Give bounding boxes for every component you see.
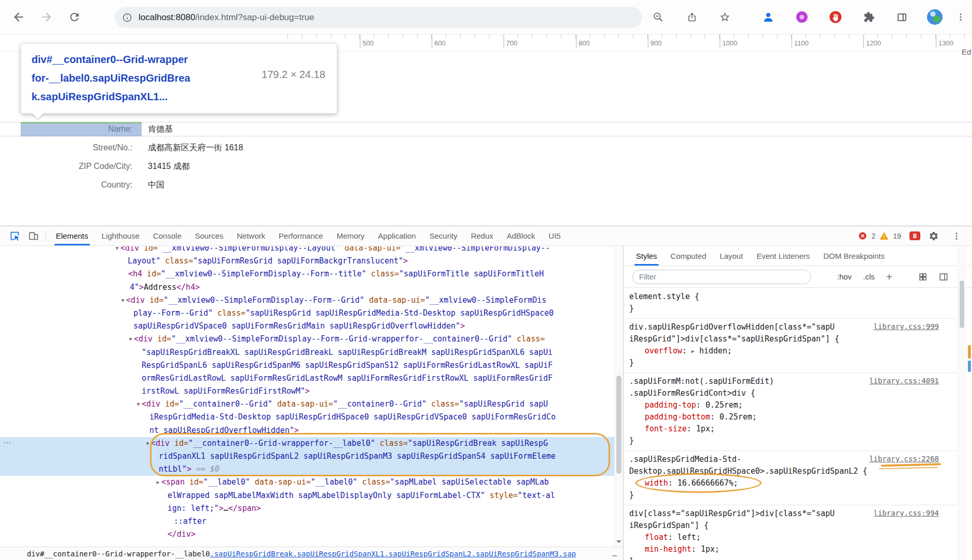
scroll-down-button[interactable] [615, 537, 623, 547]
dom-tree-line[interactable]: RespGridSpanL6 sapUiRespGridSpanM6 sapUi… [0, 359, 614, 372]
share-icon[interactable] [684, 9, 700, 25]
dom-tree-line[interactable]: </div> [0, 528, 614, 541]
extension-purple-icon[interactable] [794, 9, 810, 25]
styles-filterbar: :hov .cls + [624, 266, 972, 288]
dom-tree-line[interactable]: ▾<div id="__container0--Grid" data-sap-u… [0, 398, 614, 411]
styles-filter-input[interactable] [632, 270, 811, 284]
css-closing-brace: } [629, 555, 956, 560]
sidebar-tab-dom-breakpoints[interactable]: DOM Breakpoints [817, 246, 891, 266]
back-icon[interactable] [8, 7, 29, 27]
form-label: ZIP Code/City: [0, 159, 132, 173]
site-info-icon[interactable] [122, 12, 132, 23]
tab-security[interactable]: Security [422, 226, 464, 245]
scrollbar-thumb[interactable] [960, 281, 964, 328]
side-panel-icon[interactable] [894, 9, 909, 25]
bookmark-star-icon[interactable] [717, 9, 733, 25]
dom-tree-line[interactable]: "sapUiRespGridBreakXL sapUiRespGridBreak… [0, 346, 614, 359]
dom-tree-line[interactable]: ▾<div id="__xmlview0--SimpleFormDisplay-… [0, 333, 614, 346]
row-actions-icon[interactable]: ⋯ [3, 438, 12, 447]
devtools-menu-icon[interactable] [949, 228, 964, 244]
tab-application[interactable]: Application [371, 226, 422, 245]
dom-tree-line[interactable]: iRespGridMedia-Std-Desktop sapUiRespGrid… [0, 411, 614, 424]
forward-icon[interactable] [36, 7, 57, 27]
sidebar-tab-computed[interactable]: Computed [664, 246, 713, 266]
console-warnings-icon[interactable] [879, 231, 889, 241]
inspect-element-icon[interactable] [7, 228, 22, 244]
toggle-element-state-button[interactable]: :hov [837, 272, 852, 281]
profile-person-icon[interactable] [761, 9, 776, 25]
zoom-icon[interactable] [650, 9, 666, 25]
profile-avatar[interactable] [927, 9, 943, 25]
extension-error-badge[interactable]: 8 [909, 231, 920, 240]
tab-sources[interactable]: Sources [188, 226, 230, 245]
sidebar-tab-styles[interactable]: Styles [629, 246, 664, 266]
reload-icon[interactable] [64, 7, 85, 27]
dom-tree-line[interactable]: ign: left;">…</span> [0, 502, 614, 515]
tooltip-selector-line: k.sapUiRespGridSpanXL1... [32, 87, 326, 106]
css-property[interactable]: width: 16.66666667%; [629, 477, 956, 489]
css-rule: .sapUiRespGridMedia-Std-Desktop.sapUiRes… [624, 451, 956, 505]
sidebar-tab-event-listeners[interactable]: Event Listeners [750, 246, 816, 266]
css-property[interactable]: overflow: ▶ hidden; [629, 345, 956, 357]
console-errors-icon[interactable] [858, 231, 867, 240]
tab-elements[interactable]: Elements [49, 226, 95, 245]
address-bar[interactable]: localhost:8080/index.html?sap-ui-debug=t… [115, 7, 642, 28]
tab-console[interactable]: Console [146, 226, 188, 245]
tab-adblock[interactable]: AdBlock [500, 226, 542, 245]
dom-tree-scrollbar[interactable] [614, 246, 623, 547]
element-classes-button[interactable]: .cls [863, 272, 875, 281]
css-property[interactable]: min-height: 1px; [629, 543, 956, 555]
dom-tree-line[interactable]: 4">Address</h4> [0, 281, 614, 294]
dom-tree-line[interactable]: irstRowL sapUiFormResGridFirstRowM"> [0, 385, 614, 398]
dom-tree-line[interactable]: ▾<div id="__xmlview0--SimpleFormDisplay-… [0, 246, 614, 255]
css-source-link[interactable]: library.css:994 [874, 509, 939, 517]
ruler-label: 900 [650, 39, 662, 47]
adblock-hand-icon[interactable] [828, 9, 843, 25]
new-style-rule-button[interactable]: + [886, 271, 892, 282]
dom-tree-line[interactable]: ▸<span id="__label0" data-sap-ui="__labe… [0, 476, 614, 489]
sidebar-tab-layout[interactable]: Layout [713, 246, 750, 266]
breadcrumb-classes[interactable]: .sapUiRespGridBreak.sapUiRespGridSpanXL1… [210, 550, 576, 558]
tab-ui5[interactable]: UI5 [542, 226, 567, 245]
dom-tree-line[interactable]: nt sapUiRespGridOverflowHidden"> [0, 424, 614, 437]
settings-gear-icon[interactable] [926, 228, 941, 244]
ruler-label: 1000 [722, 39, 737, 47]
tab-network[interactable]: Network [230, 226, 272, 245]
dom-tree-line[interactable]: play--Form--Grid" class="sapUiRespGrid s… [0, 307, 614, 320]
tab-redux[interactable]: Redux [464, 226, 500, 245]
css-source-link[interactable]: library.css:2268 [869, 455, 939, 463]
dom-tree-line[interactable]: ▾<div id="__xmlview0--SimpleFormDisplay-… [0, 294, 614, 307]
ruler-label: 1300 [938, 39, 953, 47]
dom-tree-line[interactable]: ::after [0, 515, 614, 528]
dom-tree-line[interactable]: ridSpanXL1 sapUiRespGridSpanL2 sapUiResp… [0, 450, 614, 463]
tab-memory[interactable]: Memory [330, 226, 371, 245]
tooltip-selector-line: div#__container0--Grid-wrapper [32, 50, 326, 69]
dom-tree-line[interactable]: ormResGridLastRowL sapUiFormResGridLastR… [0, 372, 614, 385]
css-property[interactable]: font-size: 1px; [629, 423, 956, 435]
css-property[interactable]: padding-top: 0.25rem; [629, 399, 956, 411]
tab-lighthouse[interactable]: Lighthouse [95, 226, 146, 245]
device-toolbar-icon[interactable] [25, 228, 41, 244]
url-text[interactable]: localhost:8080/index.html?sap-ui-debug=t… [139, 12, 314, 23]
css-property[interactable]: float: left; [629, 532, 956, 543]
toggle-sidebar-icon[interactable] [939, 272, 948, 282]
dom-tree-line[interactable]: sapUiRespGridVSpace0 sapUiFormResGridMai… [0, 320, 614, 333]
css-source-link[interactable]: library.css:4091 [869, 377, 939, 385]
computed-styles-icon[interactable] [918, 272, 928, 282]
css-property[interactable]: padding-bottom: 0.25rem; [629, 411, 956, 423]
dom-tree-line[interactable]: ntLbl"> == $0 [0, 463, 614, 476]
styles-scrollbar[interactable] [958, 246, 966, 560]
dom-tree-line[interactable]: Layout" class="sapUiFormResGrid sapUiFor… [0, 255, 614, 268]
tab-performance[interactable]: Performance [272, 226, 330, 245]
scrollbar-thumb[interactable] [616, 376, 621, 474]
breadcrumb-overflow[interactable]: … [610, 550, 617, 558]
breadcrumb[interactable]: div#__container0--Grid-wrapperfor-__labe… [0, 547, 623, 560]
dom-tree-line[interactable]: <h4 id="__xmlview0--SimpleFormDisplay--F… [0, 268, 614, 281]
form-value: 中国 [148, 178, 164, 192]
browser-menu-icon[interactable] [953, 9, 968, 25]
css-source-link[interactable]: library.css:999 [874, 322, 939, 331]
dom-tree-line[interactable]: ▾<div id="__container0--Grid-wrapperfor-… [0, 437, 614, 450]
dom-tree-line[interactable]: elWrapped sapMLabelMaxWidth sapMLabelDis… [0, 489, 614, 502]
breadcrumb-node[interactable]: div#__container0--Grid-wrapperfor-__labe… [27, 550, 210, 558]
extensions-puzzle-icon[interactable] [861, 9, 877, 25]
